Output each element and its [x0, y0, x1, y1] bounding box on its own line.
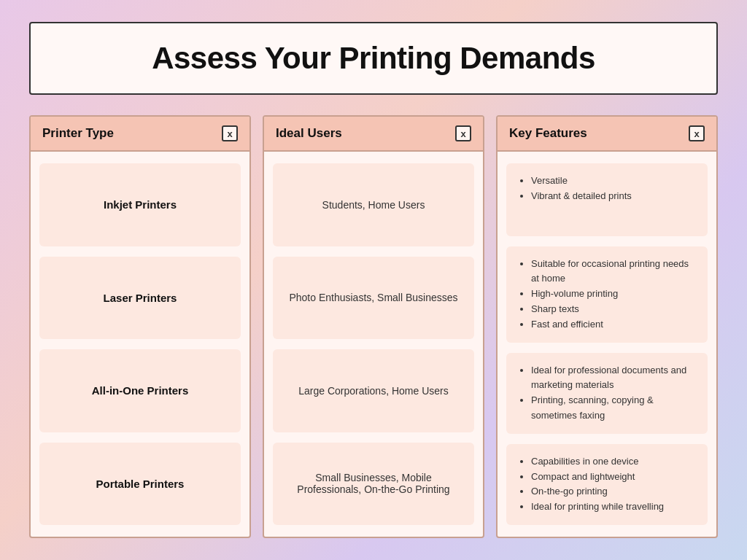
list-item: Suitable for occasional printing needs a… — [531, 257, 696, 287]
column-body-printer-type: Inkjet Printers Laser Printers All-in-On… — [31, 152, 249, 537]
list-item: Ideal for printing while travelling — [531, 499, 664, 515]
key-features-list-3: Ideal for professional documents and mar… — [518, 363, 696, 424]
page-title: Assess Your Printing Demands — [45, 41, 702, 76]
key-features-list-1: Versatile Vibrant & detailed prints — [518, 174, 632, 204]
list-item: Sharp texts — [531, 302, 696, 317]
key-features-row-4: Capabilities in one device Compact and l… — [506, 444, 708, 525]
ideal-users-row-1: Students, Home Users — [273, 163, 474, 246]
list-item: Capabilities in one device — [531, 454, 664, 470]
columns-wrapper: Printer Type x Inkjet Printers Laser Pri… — [29, 115, 718, 538]
key-features-list-2: Suitable for occasional printing needs a… — [518, 257, 696, 332]
key-features-row-2: Suitable for occasional printing needs a… — [506, 246, 708, 343]
title-box: Assess Your Printing Demands — [29, 22, 718, 95]
column-title-ideal-users: Ideal Users — [276, 126, 342, 141]
ideal-users-row-2: Photo Enthusiasts, Small Businesses — [273, 257, 474, 340]
list-item: Fast and efficient — [531, 317, 696, 332]
column-header-key-features: Key Features x — [498, 117, 716, 152]
list-item: On-the-go printing — [531, 484, 664, 499]
column-printer-type: Printer Type x Inkjet Printers Laser Pri… — [29, 115, 251, 538]
key-features-list-4: Capabilities in one device Compact and l… — [518, 454, 664, 515]
ideal-users-row-3: Large Corporations, Home Users — [273, 349, 474, 432]
close-button-key-features[interactable]: x — [689, 125, 705, 141]
key-features-row-3: Ideal for professional documents and mar… — [506, 353, 708, 434]
list-item: High-volume printing — [531, 287, 696, 302]
column-header-printer-type: Printer Type x — [31, 117, 249, 152]
printer-type-row-2: Laser Printers — [39, 257, 241, 340]
column-ideal-users: Ideal Users x Students, Home Users Photo… — [263, 115, 484, 538]
close-button-ideal-users[interactable]: x — [455, 125, 471, 141]
column-header-ideal-users: Ideal Users x — [264, 117, 483, 152]
column-key-features: Key Features x Versatile Vibrant & detai… — [496, 115, 718, 538]
printer-type-row-4: Portable Printers — [39, 443, 241, 526]
list-item: Vibrant & detailed prints — [531, 189, 632, 204]
printer-type-row-1: Inkjet Printers — [39, 163, 241, 246]
list-item: Ideal for professional documents and mar… — [531, 363, 696, 394]
list-item: Versatile — [531, 174, 632, 189]
close-button-printer-type[interactable]: x — [222, 125, 238, 141]
column-body-ideal-users: Students, Home Users Photo Enthusiasts, … — [264, 152, 483, 537]
printer-type-row-3: All-in-One Printers — [39, 349, 241, 432]
key-features-row-1: Versatile Vibrant & detailed prints — [506, 163, 708, 236]
column-title-key-features: Key Features — [509, 126, 587, 141]
ideal-users-row-4: Small Businesses, Mobile Professionals, … — [273, 443, 474, 526]
column-title-printer-type: Printer Type — [42, 126, 114, 141]
list-item: Printing, scanning, copying & sometimes … — [531, 393, 696, 424]
column-body-key-features: Versatile Vibrant & detailed prints Suit… — [498, 152, 716, 537]
list-item: Compact and lightweight — [531, 470, 664, 485]
